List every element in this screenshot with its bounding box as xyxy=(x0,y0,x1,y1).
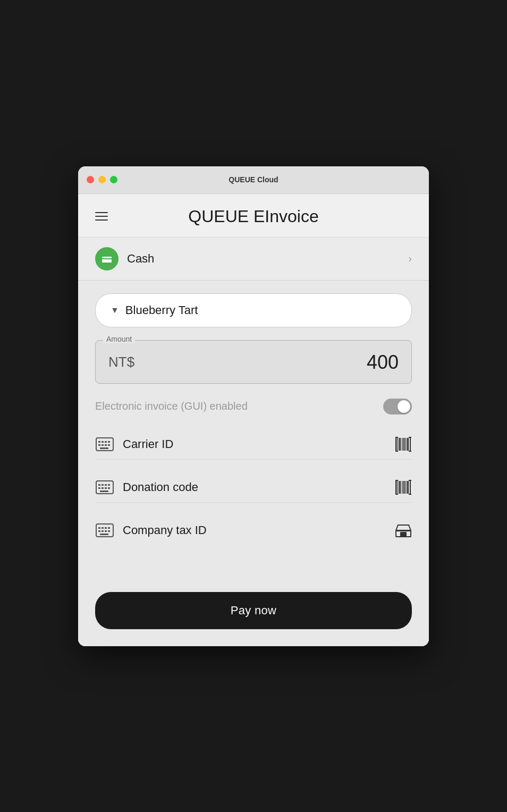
donation-code-keyboard-icon xyxy=(95,478,114,497)
svg-rect-20 xyxy=(398,438,399,451)
spacer xyxy=(78,558,429,579)
titlebar-title: QUEUE Cloud xyxy=(229,175,278,184)
svg-rect-44 xyxy=(402,481,403,494)
svg-rect-60 xyxy=(105,530,107,532)
dropdown-arrow-icon: ▼ xyxy=(111,306,119,315)
svg-rect-34 xyxy=(105,484,107,486)
titlebar: QUEUE Cloud xyxy=(78,166,429,194)
traffic-lights xyxy=(87,176,117,183)
svg-rect-56 xyxy=(105,527,107,529)
svg-rect-5 xyxy=(109,260,111,261)
svg-rect-6 xyxy=(103,258,104,258)
svg-rect-30 xyxy=(409,451,411,452)
main-content: Cash › ▼ Blueberry Tart Amount NT$ 400 xyxy=(78,238,429,646)
company-tax-id-label: Company tax ID xyxy=(123,523,386,537)
svg-rect-46 xyxy=(405,481,407,494)
svg-rect-33 xyxy=(102,484,104,486)
svg-rect-18 xyxy=(100,447,108,449)
svg-rect-28 xyxy=(395,451,398,452)
amount-value: 400 xyxy=(367,351,399,374)
form-section: ▼ Blueberry Tart Amount NT$ 400 Electron… xyxy=(78,281,429,558)
einvoice-toggle-label: Electronic invoice (GUI) enabled xyxy=(95,400,248,412)
svg-rect-35 xyxy=(108,484,110,486)
svg-rect-52 xyxy=(409,494,411,495)
svg-rect-40 xyxy=(100,490,108,492)
svg-rect-59 xyxy=(102,530,104,532)
svg-rect-37 xyxy=(102,487,104,489)
item-dropdown[interactable]: ▼ Blueberry Tart xyxy=(95,293,412,327)
app-header: QUEUE EInvoice xyxy=(78,194,429,238)
svg-rect-3 xyxy=(105,260,107,261)
svg-rect-42 xyxy=(398,481,399,494)
payment-method-label: Cash xyxy=(127,252,400,266)
menu-button[interactable] xyxy=(95,212,108,221)
carrier-id-barcode-icon xyxy=(395,437,412,452)
minimize-button[interactable] xyxy=(98,176,106,183)
amount-field[interactable]: Amount NT$ 400 xyxy=(95,340,412,384)
svg-rect-48 xyxy=(410,481,411,494)
svg-rect-27 xyxy=(395,437,398,438)
company-tax-id-store-icon xyxy=(395,523,412,538)
svg-rect-50 xyxy=(395,494,398,495)
svg-rect-13 xyxy=(108,441,110,443)
page-title: QUEUE EInvoice xyxy=(116,207,391,226)
dropdown-value: Blueberry Tart xyxy=(125,303,198,317)
svg-rect-21 xyxy=(399,438,401,451)
svg-rect-51 xyxy=(409,480,411,481)
svg-rect-58 xyxy=(98,530,100,532)
svg-rect-22 xyxy=(402,438,403,451)
cash-icon xyxy=(95,247,119,270)
pay-now-button[interactable]: Pay now xyxy=(95,592,412,629)
amount-row: NT$ 400 xyxy=(106,347,401,376)
bottom-bar: Pay now xyxy=(78,579,429,646)
svg-rect-38 xyxy=(105,487,107,489)
svg-rect-19 xyxy=(395,438,397,451)
toggle-knob xyxy=(398,400,410,413)
carrier-id-row[interactable]: Carrier ID xyxy=(95,429,412,460)
svg-rect-36 xyxy=(98,487,100,489)
svg-rect-47 xyxy=(407,481,409,494)
svg-rect-65 xyxy=(396,530,411,531)
svg-rect-43 xyxy=(399,481,401,494)
svg-rect-39 xyxy=(108,487,110,489)
svg-rect-2 xyxy=(103,260,105,261)
menu-line xyxy=(95,212,108,213)
svg-rect-23 xyxy=(403,438,405,451)
svg-rect-55 xyxy=(102,527,104,529)
einvoice-toggle[interactable] xyxy=(383,399,412,415)
menu-line xyxy=(95,216,108,217)
svg-rect-29 xyxy=(409,437,411,438)
svg-rect-16 xyxy=(105,444,107,446)
app-content: QUEUE EInvoice xyxy=(78,194,429,646)
svg-rect-15 xyxy=(102,444,104,446)
svg-rect-45 xyxy=(403,481,405,494)
currency-label: NT$ xyxy=(108,354,134,370)
svg-rect-25 xyxy=(407,438,409,451)
svg-rect-24 xyxy=(405,438,407,451)
company-tax-id-keyboard-icon xyxy=(95,521,114,540)
svg-rect-49 xyxy=(395,480,398,481)
donation-code-row[interactable]: Donation code xyxy=(95,472,412,503)
svg-rect-62 xyxy=(100,534,108,535)
svg-rect-54 xyxy=(98,527,100,529)
svg-rect-41 xyxy=(395,481,397,494)
svg-rect-12 xyxy=(105,441,107,443)
einvoice-toggle-row[interactable]: Electronic invoice (GUI) enabled xyxy=(95,396,412,417)
close-button[interactable] xyxy=(87,176,94,183)
svg-rect-7 xyxy=(105,258,106,258)
menu-line xyxy=(95,219,108,221)
company-tax-id-row[interactable]: Company tax ID xyxy=(95,515,412,545)
cash-register-svg xyxy=(100,252,113,265)
maximize-button[interactable] xyxy=(110,176,117,183)
svg-rect-64 xyxy=(400,532,407,537)
svg-rect-61 xyxy=(108,530,110,532)
payment-method-row[interactable]: Cash › xyxy=(78,238,429,281)
svg-rect-4 xyxy=(107,260,109,261)
carrier-id-label: Carrier ID xyxy=(123,437,386,451)
svg-rect-57 xyxy=(108,527,110,529)
svg-rect-17 xyxy=(108,444,110,446)
svg-rect-11 xyxy=(102,441,104,443)
amount-label: Amount xyxy=(103,335,135,343)
svg-rect-8 xyxy=(106,258,107,258)
svg-rect-14 xyxy=(98,444,100,446)
